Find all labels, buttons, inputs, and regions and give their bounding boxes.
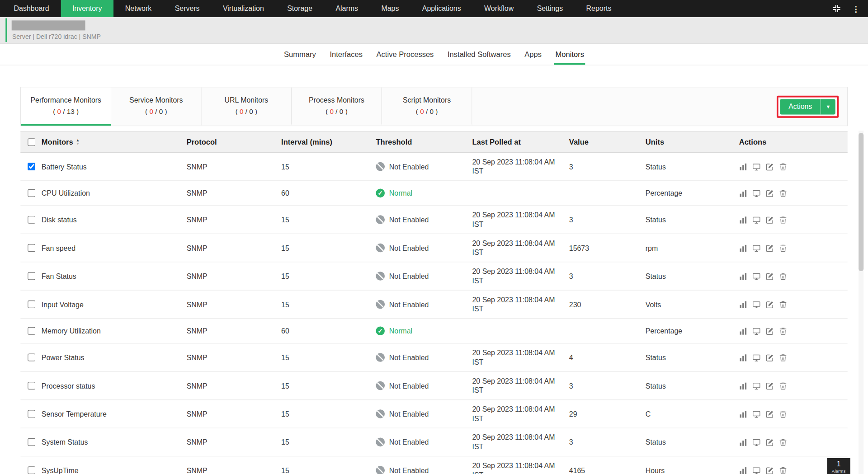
delete-icon[interactable] bbox=[779, 438, 787, 446]
scrollbar-thumb[interactable] bbox=[859, 133, 863, 271]
chart-icon[interactable] bbox=[739, 216, 747, 224]
edit-icon[interactable] bbox=[765, 327, 774, 335]
chart-icon[interactable] bbox=[739, 244, 747, 252]
edit-icon[interactable] bbox=[765, 353, 774, 361]
chart-icon[interactable] bbox=[739, 410, 747, 418]
select-all-checkbox[interactable] bbox=[28, 138, 35, 146]
nav-item[interactable]: Maps bbox=[370, 0, 410, 17]
delete-icon[interactable] bbox=[779, 327, 787, 335]
monitor-display-icon[interactable] bbox=[752, 466, 760, 474]
nav-item[interactable]: Network bbox=[113, 0, 163, 17]
row-checkbox[interactable] bbox=[28, 327, 35, 335]
edit-icon[interactable] bbox=[765, 381, 774, 390]
monitor-display-icon[interactable] bbox=[752, 216, 760, 224]
delete-icon[interactable] bbox=[779, 410, 787, 418]
sort-icon[interactable]: ▲▼ bbox=[76, 139, 80, 145]
monitor-name[interactable]: Fan Status bbox=[42, 272, 187, 281]
monitor-tab[interactable]: Service Monitors ( 0 / 0 ) bbox=[111, 87, 202, 125]
monitor-name[interactable]: Power Status bbox=[42, 353, 187, 362]
page-tab[interactable]: Monitors bbox=[554, 44, 585, 65]
kebab-menu-icon[interactable]: ⋮ bbox=[851, 4, 861, 14]
delete-icon[interactable] bbox=[779, 272, 787, 280]
nav-item[interactable]: Reports bbox=[575, 0, 623, 17]
monitor-name[interactable]: Fan speed bbox=[42, 243, 187, 253]
row-checkbox[interactable] bbox=[28, 382, 35, 390]
monitor-display-icon[interactable] bbox=[752, 244, 760, 252]
page-tab[interactable]: Active Processes bbox=[375, 44, 435, 65]
nav-item[interactable]: Virtualization bbox=[211, 0, 275, 17]
nav-item[interactable]: Servers bbox=[163, 0, 211, 17]
row-checkbox[interactable] bbox=[28, 216, 35, 224]
chart-icon[interactable] bbox=[739, 162, 747, 170]
monitor-display-icon[interactable] bbox=[752, 438, 760, 446]
actions-caret-icon[interactable]: ▼ bbox=[821, 99, 835, 114]
row-checkbox[interactable] bbox=[28, 244, 35, 252]
edit-icon[interactable] bbox=[765, 466, 774, 474]
row-checkbox[interactable] bbox=[28, 163, 35, 170]
delete-icon[interactable] bbox=[779, 381, 787, 390]
chart-icon[interactable] bbox=[739, 438, 747, 446]
monitor-tab[interactable]: URL Monitors ( 0 / 0 ) bbox=[202, 87, 292, 125]
chart-icon[interactable] bbox=[739, 466, 747, 474]
nav-item[interactable]: Storage bbox=[276, 0, 324, 17]
monitor-name[interactable]: Input Voltage bbox=[42, 300, 187, 309]
monitor-name[interactable]: CPU Utilization bbox=[42, 188, 187, 198]
delete-icon[interactable] bbox=[779, 466, 787, 474]
monitor-display-icon[interactable] bbox=[752, 189, 760, 197]
monitor-name[interactable]: Processor status bbox=[42, 381, 187, 390]
edit-icon[interactable] bbox=[765, 216, 774, 224]
monitor-name[interactable]: Memory Utilization bbox=[42, 326, 187, 336]
actions-button-label[interactable]: Actions bbox=[780, 99, 821, 114]
row-checkbox[interactable] bbox=[28, 272, 35, 280]
monitor-tab[interactable]: Performance Monitors ( 0 / 13 ) bbox=[21, 87, 112, 125]
page-tab[interactable]: Apps bbox=[524, 44, 543, 65]
delete-icon[interactable] bbox=[779, 216, 787, 224]
delete-icon[interactable] bbox=[779, 300, 787, 308]
row-checkbox[interactable] bbox=[28, 189, 35, 197]
scrollbar-track[interactable] bbox=[859, 131, 863, 474]
chart-icon[interactable] bbox=[739, 300, 747, 308]
monitor-display-icon[interactable] bbox=[752, 300, 760, 308]
monitor-name[interactable]: Disk status bbox=[42, 215, 187, 225]
monitor-name[interactable]: Battery Status bbox=[42, 162, 187, 171]
alarms-badge[interactable]: 1 Alarms bbox=[827, 458, 850, 474]
page-tab[interactable]: Interfaces bbox=[329, 44, 363, 65]
row-checkbox[interactable] bbox=[28, 300, 35, 308]
edit-icon[interactable] bbox=[765, 438, 774, 446]
actions-button[interactable]: Actions ▼ bbox=[780, 99, 835, 114]
chart-icon[interactable] bbox=[739, 189, 747, 197]
monitor-display-icon[interactable] bbox=[752, 162, 760, 170]
header-monitors[interactable]: Monitors ▲▼ bbox=[42, 138, 187, 146]
delete-icon[interactable] bbox=[779, 162, 787, 170]
delete-icon[interactable] bbox=[779, 189, 787, 197]
nav-item[interactable]: Settings bbox=[525, 0, 575, 17]
edit-icon[interactable] bbox=[765, 189, 774, 197]
edit-icon[interactable] bbox=[765, 410, 774, 418]
monitor-display-icon[interactable] bbox=[752, 272, 760, 280]
edit-icon[interactable] bbox=[765, 244, 774, 252]
row-checkbox[interactable] bbox=[28, 353, 35, 361]
edit-icon[interactable] bbox=[765, 300, 774, 308]
edit-icon[interactable] bbox=[765, 272, 774, 280]
monitor-tab[interactable]: Process Monitors ( 0 / 0 ) bbox=[292, 87, 382, 125]
nav-item[interactable]: Workflow bbox=[472, 0, 525, 17]
nav-item[interactable]: Inventory bbox=[61, 0, 113, 17]
nav-item[interactable]: Alarms bbox=[324, 0, 370, 17]
chart-icon[interactable] bbox=[739, 327, 747, 335]
delete-icon[interactable] bbox=[779, 353, 787, 361]
chart-icon[interactable] bbox=[739, 353, 747, 361]
chart-icon[interactable] bbox=[739, 272, 747, 280]
nav-item[interactable]: Applications bbox=[410, 0, 472, 17]
row-checkbox[interactable] bbox=[28, 438, 35, 446]
monitor-display-icon[interactable] bbox=[752, 381, 760, 390]
monitor-tab[interactable]: Script Monitors ( 0 / 0 ) bbox=[382, 87, 472, 125]
monitor-name[interactable]: Sensor Temperature bbox=[42, 409, 187, 419]
monitor-display-icon[interactable] bbox=[752, 353, 760, 361]
edit-icon[interactable] bbox=[765, 162, 774, 170]
monitor-display-icon[interactable] bbox=[752, 410, 760, 418]
row-checkbox[interactable] bbox=[28, 466, 35, 474]
page-tab[interactable]: Installed Softwares bbox=[447, 44, 512, 65]
chart-icon[interactable] bbox=[739, 381, 747, 390]
nav-item[interactable]: Dashboard bbox=[2, 0, 61, 17]
monitor-display-icon[interactable] bbox=[752, 327, 760, 335]
